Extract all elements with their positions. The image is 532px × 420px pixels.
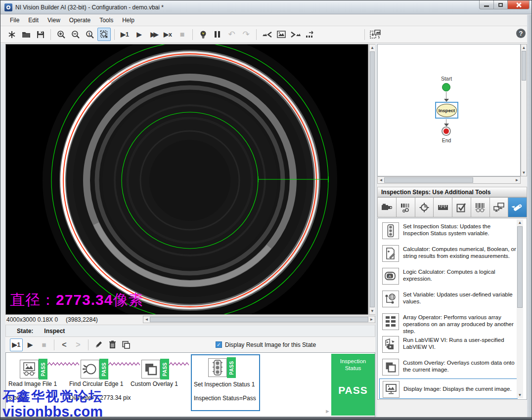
pause-icon[interactable] [211,28,224,41]
state-toolbar: ▶1 ▶ ■ < > ✓ Display Result Image for th… [5,337,375,352]
globe-nodes-icon [385,293,397,305]
start-node[interactable] [442,83,450,91]
tab-communicate[interactable] [489,197,509,217]
tool-custom-overlay[interactable]: Custom Overlay: Overlays custom data ont… [379,358,518,376]
display-result-checkbox[interactable]: ✓ [216,341,222,348]
stop-state-icon[interactable]: ■ [38,338,50,351]
crosshair-icon [419,203,429,212]
traffic-light-icon [386,224,395,237]
tab-identify-parts[interactable] [471,197,490,217]
inspection-steps-header: Inspection Steps: Use Additional Tools [377,187,527,197]
menu-bar: File Edit View Operate Tools Help [0,14,532,26]
tab-measure-features[interactable] [433,197,452,217]
menu-help[interactable]: Help [118,15,139,25]
watermark: 石鑫华视觉论坛 visionbbs.com [2,389,103,420]
strip-scroll-right-icon[interactable]: ► [325,408,330,414]
menu-tools[interactable]: Tools [95,15,118,25]
step-forward-icon[interactable]: > [72,338,85,351]
state-label: State: [17,328,33,335]
close-button[interactable] [507,0,530,9]
labview-play-icon [385,338,397,350]
tool-list-vscrollbar[interactable]: ▲ ▼ [517,219,523,398]
tool-logic-calculator[interactable]: Λ Logic Calculator: Computes a logical e… [379,267,518,285]
image-sequence-icon[interactable] [303,28,316,41]
title-bar: NI Vision Builder AI (32-bit) - Configur… [0,0,532,14]
menu-edit[interactable]: Edit [24,15,43,25]
run-state-icon[interactable]: ▶ [24,338,37,351]
tool-array-operator[interactable]: Array Operator: Performs various array o… [379,312,518,335]
run-n-times-icon[interactable]: ▶x [161,28,175,41]
monitor-image-icon [385,384,397,395]
previous-image-icon[interactable] [260,28,273,41]
step-back-icon[interactable]: < [58,338,71,351]
delete-step-icon[interactable] [106,338,119,351]
pass-ribbon: PASS [99,359,108,379]
diagram-hscrollbar[interactable]: ◄ ► [377,176,521,184]
image-vscrollbar[interactable]: ▲ ▼ [369,44,376,315]
svg-text:1: 1 [88,31,90,36]
edit-step-icon[interactable] [92,338,105,351]
end-node-label: End [432,137,461,143]
tool-display-image[interactable]: Display Image: Displays the current imag… [379,378,518,399]
tool-list: Set Inspection Status: Updates the Inspe… [377,218,527,400]
tool-run-labview-vi[interactable]: Run LabVIEW VI: Runs a user-specified La… [379,335,518,353]
zoom-to-fit-icon[interactable] [97,28,111,41]
cursor-coordinates: (3983,2284) [65,316,98,323]
end-node[interactable] [442,126,451,136]
state-bar: State: Inspect [5,325,375,337]
menu-file[interactable]: File [5,15,24,25]
run-once-icon[interactable]: ▶1 [118,28,132,41]
image-display[interactable]: 直径：2773.34像素 [5,44,368,315]
maximize-button[interactable] [493,0,508,9]
menu-operate[interactable]: Operate [65,15,95,25]
tab-locate-features[interactable] [415,197,434,217]
step-connector [108,362,141,367]
stop-icon[interactable]: ■ [176,28,189,41]
tab-check-presence[interactable] [452,197,471,217]
app-window: NI Vision Builder AI (32-bit) - Configur… [0,0,532,420]
new-script-icon[interactable] [5,28,18,41]
tool-set-inspection-status[interactable]: Set Inspection Status: Updates the Inspe… [379,221,518,239]
inspection-image [6,44,368,314]
run-state-once-icon[interactable]: ▶1 [10,338,23,351]
simulate-bulb-icon[interactable] [196,28,210,41]
view-toggle-icon[interactable] [368,28,382,41]
zoom-1to1-icon[interactable]: 1 [83,28,96,41]
checkmark-box-icon [456,203,466,212]
ruler-icon [438,205,448,210]
overlapping-squares-icon [385,361,397,373]
help-icon[interactable]: ? [516,29,526,38]
copy-step-icon[interactable] [120,338,133,351]
tab-acquire-images[interactable] [377,197,397,217]
image-glasses-icon [22,362,37,377]
menu-view[interactable]: View [43,15,65,25]
tool-set-variable[interactable]: Set Variable: Updates user-defined varia… [379,290,518,307]
image-hscrollbar[interactable]: ◄ ► [143,316,375,323]
run-icon[interactable]: ▶ [133,28,146,41]
tool-calculator[interactable]: Calculator: Computes numerical, Boolean,… [379,244,518,262]
tab-use-additional-tools[interactable] [508,197,527,217]
window-frame-right [527,15,532,417]
tab-enhance-images[interactable] [396,197,415,217]
next-image-icon[interactable] [289,28,302,41]
inspect-node[interactable]: Inspect [435,102,458,119]
minimize-button[interactable] [479,0,494,9]
step-connector [47,362,80,367]
circle-arrows-icon [83,362,97,377]
undo-icon[interactable]: ↶ [225,28,238,41]
app-icon [4,3,12,11]
monitors-icon [493,203,504,212]
diagram-vscrollbar[interactable]: ▲ ▼ [521,44,527,176]
save-icon[interactable] [34,28,47,41]
open-icon[interactable] [19,28,33,41]
current-image-icon[interactable] [274,28,288,41]
run-continuous-icon[interactable]: ▶▶ [147,28,160,41]
zoom-out-icon[interactable] [69,28,82,41]
step-set-inspection-status[interactable]: PASS Set Inspection Status 1 Inspection … [191,354,260,411]
inspection-status-value: PASS [331,384,375,396]
zoom-in-icon[interactable] [54,28,68,41]
overlapping-squares-icon [144,362,158,376]
barcode-glasses-icon [475,203,486,212]
redo-icon[interactable]: ↷ [239,28,253,41]
state-diagram[interactable]: Start Inspect End [377,44,521,176]
